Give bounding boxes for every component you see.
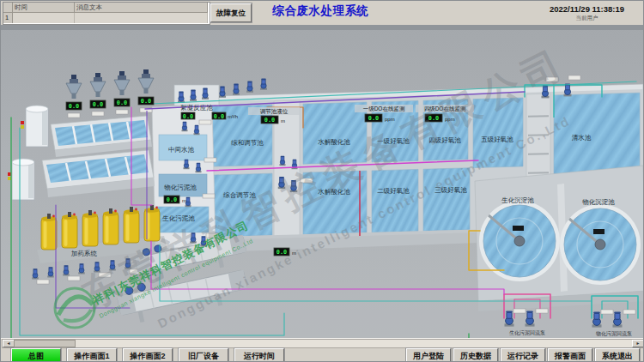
svg-text:0.0: 0.0 — [141, 98, 151, 105]
equipment-tag — [623, 310, 635, 314]
page-title: 综合废水处理系统 — [258, 3, 383, 19]
tank-label: 絮凝反应池 — [180, 104, 213, 112]
pump-icon — [78, 263, 85, 274]
equipment-tag — [116, 110, 128, 114]
equipment-tag — [37, 280, 49, 284]
alarm-corner-cell — [3, 3, 13, 13]
alarm-message-table[interactable]: 时间 消息文本 1 — [3, 2, 210, 25]
nav-button-run-record[interactable]: 运行记录 — [501, 348, 545, 362]
tank-label: 中间水池 — [168, 146, 195, 154]
equipment-tag — [204, 158, 216, 162]
svg-text:0.0: 0.0 — [117, 100, 127, 106]
tank-label: 综和调节池 — [230, 139, 264, 147]
pump-icon — [260, 79, 267, 90]
pump-icon — [32, 268, 39, 279]
alarm-row-number: 1 — [3, 13, 13, 23]
nav-button-operation-1[interactable]: 操作画面1 — [67, 348, 117, 362]
nav-button-alarm-screen[interactable]: 报警画面 — [548, 348, 592, 362]
feeder-display: 0.0 — [66, 102, 82, 110]
svg-text:0.0: 0.0 — [368, 115, 379, 122]
storage-cylinders — [8, 106, 48, 200]
pump-group-label: 生化污泥回流泵 — [509, 329, 545, 336]
system-label: 加药系统 — [70, 250, 98, 257]
top-bar: 时间 消息文本 1 故障复位 综合废水处理系统 2022/11/29 11:38… — [1, 1, 644, 26]
alarm-col-message: 消息文本 — [75, 3, 208, 13]
plant-scene-svg: 0.0 0.0 0.0 0.0 调节池液位 0.0 m 0.0 0.0 m³/h… — [1, 25, 644, 338]
horizontal-scrollbar[interactable]: ◄ ► — [2, 339, 644, 348]
plant-overview-scene: 0.0 0.0 0.0 0.0 调节池液位 0.0 m 0.0 0.0 m³/h… — [1, 25, 644, 338]
nav-button-old-plant[interactable]: 旧厂设备 — [179, 348, 228, 362]
flow-display: 0.0 — [181, 112, 195, 120]
feeder-icon — [66, 75, 82, 99]
tank-label: 物化沉淀池 — [582, 198, 615, 206]
unit-label: m — [281, 118, 285, 124]
feeder-display: 0.0 — [114, 99, 130, 106]
svg-text:0.0: 0.0 — [214, 113, 224, 120]
unit-label: m — [182, 198, 186, 203]
svg-text:0.0: 0.0 — [69, 103, 79, 110]
tank-physchem-sedimentation — [560, 204, 641, 285]
reg-level-label: 调节池液位 — [260, 108, 289, 115]
tank-label: 物化污泥池 — [164, 184, 197, 191]
reg-level-display: 0.0 — [261, 116, 278, 124]
pump-icon — [47, 267, 54, 277]
sludge-level-display: 0.0 — [164, 196, 179, 203]
equipment-tag — [92, 112, 104, 116]
bottom-bar: ◄ ► 总图 操作画面1 操作画面2 旧厂设备 运行时间 用户登陆 历史数据 运… — [1, 338, 644, 362]
tank-label: 生化沉淀池 — [501, 196, 534, 204]
equipment-tag — [536, 309, 548, 313]
alarm-message-cell — [75, 13, 208, 23]
scroll-left-arrow-icon[interactable]: ◄ — [3, 340, 15, 347]
do1-display: 0.0 — [365, 114, 382, 122]
scene-top-band — [1, 25, 644, 30]
feeder-icon — [138, 69, 154, 94]
svg-text:0.0: 0.0 — [167, 196, 177, 203]
nav-button-history[interactable]: 历史数据 — [453, 348, 498, 362]
nav-button-operation-2[interactable]: 操作画面2 — [123, 348, 173, 362]
tank-bio-sedimentation — [479, 201, 560, 281]
do1-label: 一级DO在线监测 — [363, 106, 405, 112]
sedimentation-basin-1 — [51, 116, 152, 157]
pump-icon — [233, 84, 240, 95]
alarm-time-cell — [13, 13, 75, 23]
equipment-tag — [199, 120, 211, 124]
chemical-tank-icon — [82, 210, 98, 246]
flow-display: 0.0 — [212, 112, 226, 120]
nav-button-user-login[interactable]: 用户登陆 — [406, 348, 451, 362]
pump-icon — [63, 265, 70, 275]
feeder-icon — [90, 73, 106, 97]
current-user-label: 当前用户 — [533, 15, 641, 22]
scroll-right-arrow-icon[interactable]: ► — [632, 340, 644, 347]
scrollbar-thumb[interactable] — [14, 340, 76, 347]
dosing-feeders — [66, 69, 154, 118]
chemical-tank-icon — [124, 207, 139, 243]
pump-icon — [219, 87, 226, 98]
svg-text:0.0: 0.0 — [93, 101, 103, 108]
unit-label: m³/h — [228, 114, 238, 119]
pump-icon — [246, 81, 253, 93]
sedimentation-basin-2 — [42, 150, 155, 197]
white-tank-icon — [12, 159, 34, 200]
pump-group-label: 物化污泥回流泵 — [596, 330, 632, 337]
nav-button-runtime[interactable]: 运行时间 — [234, 348, 284, 362]
equipment-tag — [601, 310, 613, 314]
chemical-tank-icon — [41, 214, 57, 250]
nav-button-overview[interactable]: 总图 — [11, 348, 61, 362]
svg-text:0.0: 0.0 — [183, 113, 193, 120]
tank-label: 清水池 — [572, 134, 592, 142]
pump-icon — [564, 84, 572, 97]
feeder-icon — [114, 71, 130, 95]
alarm-col-time: 时间 — [13, 3, 75, 13]
feeder-display: 0.0 — [90, 100, 106, 108]
equipment-tag — [68, 113, 80, 118]
fault-reset-button[interactable]: 故障复位 — [210, 3, 252, 22]
equipment-tag — [513, 309, 526, 313]
chemical-tank-icon — [103, 208, 118, 244]
feeder-display: 0.0 — [138, 97, 154, 105]
svg-text:0.0: 0.0 — [264, 117, 275, 124]
nav-button-exit[interactable]: 系统退出 — [595, 348, 640, 362]
equipment-tag — [203, 194, 215, 198]
white-tank-icon — [26, 106, 48, 147]
datetime-display: 2022/11/29 11:38:19 — [533, 4, 641, 14]
chemical-tank-icon — [62, 212, 77, 248]
